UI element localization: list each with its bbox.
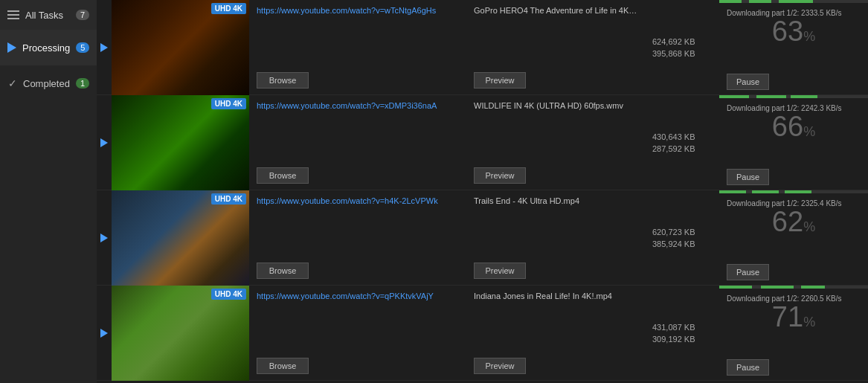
preview-button[interactable]: Preview <box>474 72 526 88</box>
table-row: UHD 4K https://www.youtube.com/watch?v=x… <box>97 95 868 190</box>
progress-percent: 62 % <box>727 207 861 264</box>
sidebar-processing-label: Processing <box>22 42 70 54</box>
sidebar-processing-badge: 5 <box>76 42 89 53</box>
task-size-downloaded: 431,087 KB <box>652 323 712 332</box>
play-arrow-icon <box>100 234 108 242</box>
pause-button[interactable]: Pause <box>727 264 769 280</box>
task-size-total: 395,868 KB <box>652 49 712 58</box>
task-progress-panel: Downloading part 1/2: 2325.4 KB/s 62 % P… <box>719 190 868 285</box>
task-url: https://www.youtube.com/watch?v=h4K-2LcV… <box>257 196 459 205</box>
task-progress-panel: Downloading part 1/2: 2260.5 KB/s 71 % P… <box>719 286 868 380</box>
progress-percent: 66 % <box>727 112 861 169</box>
task-size-total: 309,192 KB <box>652 335 712 344</box>
browse-button[interactable]: Browse <box>257 263 309 279</box>
task-thumbnail: UHD 4K <box>112 0 249 95</box>
browse-button[interactable]: Browse <box>257 72 309 88</box>
progress-bar <box>719 286 868 289</box>
play-arrow-icon <box>100 43 108 52</box>
task-size-downloaded: 624,692 KB <box>652 37 712 46</box>
play-icon <box>7 42 16 54</box>
preview-button[interactable]: Preview <box>474 358 526 374</box>
task-size-section: 430,643 KB 287,592 KB <box>645 95 719 190</box>
progress-bar <box>719 0 868 3</box>
task-url-section: https://www.youtube.com/watch?v=qPKKtvkV… <box>249 286 466 380</box>
uhd-badge: UHD 4K <box>211 98 246 109</box>
task-filename-section: Trails End - 4K Ultra HD.mp4 Preview <box>466 190 645 285</box>
progress-bar <box>719 190 868 193</box>
task-list: UHD 4K https://www.youtube.com/watch?v=w… <box>97 0 868 383</box>
task-filename: Indiana Jones in Real Life! In 4K!.mp4 <box>474 292 637 300</box>
task-filename: WILDLIFE IN 4K (ULTRA HD) 60fps.wmv <box>474 101 637 110</box>
task-play-button[interactable] <box>97 0 112 94</box>
uhd-badge: UHD 4K <box>211 193 246 205</box>
task-filename: Trails End - 4K Ultra HD.mp4 <box>474 196 637 205</box>
task-url: https://www.youtube.com/watch?v=qPKKtvkV… <box>257 292 459 300</box>
task-size-downloaded: 430,643 KB <box>652 132 712 141</box>
preview-button[interactable]: Preview <box>474 263 526 279</box>
table-row: UHD 4K https://www.youtube.com/watch?v=w… <box>97 0 868 95</box>
task-filename: GoPro HERO4 The Adventure of Life in 4K.… <box>474 6 637 15</box>
task-thumbnail: UHD 4K <box>112 286 249 381</box>
task-size-downloaded: 620,723 KB <box>652 228 712 236</box>
task-thumbnail: UHD 4K <box>112 190 249 286</box>
preview-button[interactable]: Preview <box>474 167 526 184</box>
task-filename-section: WILDLIFE IN 4K (ULTRA HD) 60fps.wmv Prev… <box>466 95 645 190</box>
progress-percent: 71 % <box>727 303 861 359</box>
sidebar-completed-label: Completed <box>23 78 70 89</box>
task-filename-section: GoPro HERO4 The Adventure of Life in 4K.… <box>466 0 645 94</box>
task-size-section: 431,087 KB 309,192 KB <box>645 286 719 380</box>
task-url-section: https://www.youtube.com/watch?v=xDMP3i36… <box>249 95 466 190</box>
sidebar-all-tasks-badge: 7 <box>76 10 89 20</box>
table-row: UHD 4K https://www.youtube.com/watch?v=q… <box>97 286 868 381</box>
task-size-section: 624,692 KB 395,868 KB <box>645 0 719 94</box>
uhd-badge: UHD 4K <box>211 3 246 14</box>
pause-button[interactable]: Pause <box>727 169 769 185</box>
pause-button[interactable]: Pause <box>727 74 769 90</box>
task-size-total: 385,924 KB <box>652 239 712 248</box>
task-url: https://www.youtube.com/watch?v=xDMP3i36… <box>257 101 459 110</box>
play-arrow-icon <box>100 329 108 338</box>
progress-bar <box>719 95 868 98</box>
task-url-section: https://www.youtube.com/watch?v=h4K-2LcV… <box>249 190 466 285</box>
task-play-button[interactable] <box>97 190 112 285</box>
browse-button[interactable]: Browse <box>257 167 309 184</box>
browse-button[interactable]: Browse <box>257 358 309 374</box>
sidebar-header[interactable]: All Tasks 7 <box>0 0 97 30</box>
task-filename-section: Indiana Jones in Real Life! In 4K!.mp4 P… <box>466 286 645 380</box>
task-play-button[interactable] <box>97 95 112 190</box>
pause-button[interactable]: Pause <box>727 359 769 376</box>
uhd-badge: UHD 4K <box>211 289 246 300</box>
task-size-section: 620,723 KB 385,924 KB <box>645 190 719 285</box>
task-url: https://www.youtube.com/watch?v=wTcNtgA6… <box>257 6 459 15</box>
task-thumbnail: UHD 4K <box>112 95 249 190</box>
sidebar-item-completed[interactable]: ✓ Completed 1 <box>0 65 97 101</box>
check-icon: ✓ <box>7 77 17 89</box>
table-row: UHD 4K https://www.youtube.com/watch?v=h… <box>97 190 868 286</box>
sidebar: All Tasks 7 Processing 5 ✓ Completed 1 <box>0 0 97 383</box>
progress-percent: 63 % <box>727 17 861 74</box>
task-play-button[interactable] <box>97 286 112 380</box>
task-progress-panel: Downloading part 1/2: 2242.3 KB/s 66 % P… <box>719 95 868 190</box>
task-url-section: https://www.youtube.com/watch?v=wTcNtgA6… <box>249 0 466 94</box>
sidebar-item-processing[interactable]: Processing 5 <box>0 30 97 65</box>
hamburger-icon[interactable] <box>7 10 19 19</box>
task-size-total: 287,592 KB <box>652 144 712 153</box>
sidebar-completed-badge: 1 <box>76 78 89 88</box>
sidebar-all-tasks-label: All Tasks <box>25 10 70 21</box>
play-arrow-icon <box>100 138 108 147</box>
task-progress-panel: Downloading part 1/2: 2333.5 KB/s 63 % P… <box>719 0 868 94</box>
